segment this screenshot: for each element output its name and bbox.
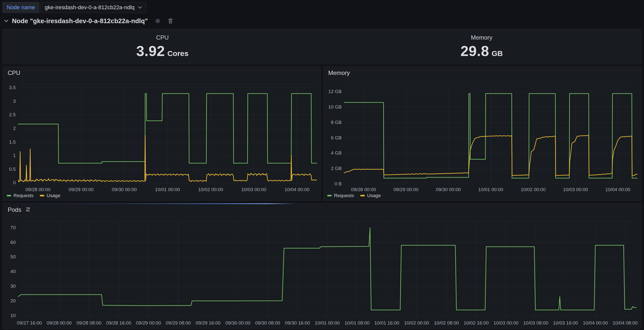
svg-text:09/28 00:00: 09/28 00:00	[351, 187, 376, 192]
svg-text:20: 20	[10, 298, 16, 303]
stat-unit: GB	[492, 49, 503, 58]
svg-text:10/01 08:00: 10/01 08:00	[345, 320, 370, 326]
svg-text:10/01 00:00: 10/01 00:00	[478, 187, 503, 192]
legend-swatch	[360, 195, 365, 196]
svg-text:10/02 00:00: 10/02 00:00	[198, 187, 223, 192]
svg-text:0: 0	[13, 180, 16, 185]
variable-bar: Node name gke-iresdash-dev-0-a-812cb22a-…	[2, 2, 642, 13]
svg-text:09/30 16:00: 09/30 16:00	[285, 320, 310, 326]
gear-icon[interactable]	[155, 18, 161, 24]
svg-text:09/30 08:00: 09/30 08:00	[255, 320, 280, 326]
svg-text:2: 2	[13, 126, 16, 131]
svg-text:09/27 16:00: 09/27 16:00	[17, 320, 42, 326]
legend-item-requests[interactable]: Requests	[7, 193, 33, 198]
svg-text:60: 60	[10, 240, 16, 245]
svg-text:2.5: 2.5	[9, 112, 16, 117]
svg-text:2 GB: 2 GB	[331, 166, 342, 171]
svg-text:09/29 00:00: 09/29 00:00	[394, 187, 418, 192]
svg-text:10/01 16:00: 10/01 16:00	[374, 320, 399, 326]
stat-value: 3.92	[136, 42, 165, 59]
trash-icon[interactable]	[168, 18, 173, 24]
memory-panel-title[interactable]: Memory	[328, 70, 350, 76]
legend-item-usage[interactable]: Usage	[360, 193, 381, 198]
svg-text:09/30 00:00: 09/30 00:00	[112, 187, 136, 192]
svg-text:09/28 00:00: 09/28 00:00	[46, 320, 72, 326]
row-collapse-chevron-icon[interactable]	[4, 20, 8, 22]
svg-text:09/29 00:00: 09/29 00:00	[69, 187, 94, 192]
cpu-legend: RequestsUsage	[7, 193, 60, 198]
legend-label: Requests	[14, 193, 33, 198]
pods-chart[interactable]: 1020304050607009/27 16:0009/28 00:0009/2…	[3, 203, 641, 329]
legend-item-requests[interactable]: Requests	[327, 193, 354, 198]
cpu-panel-title[interactable]: CPU	[8, 70, 20, 76]
legend-swatch	[327, 195, 332, 196]
svg-text:09/29 08:00: 09/29 08:00	[166, 320, 190, 326]
legend-label: Requests	[334, 193, 354, 198]
svg-text:09/28 08:00: 09/28 08:00	[76, 320, 101, 326]
variable-label: Node name	[2, 2, 39, 13]
legend-swatch	[7, 195, 11, 196]
pods-panel-title[interactable]: Pods	[8, 206, 22, 213]
svg-text:09/30 00:00: 09/30 00:00	[436, 187, 460, 192]
svg-text:40: 40	[10, 269, 16, 274]
panel-loading-indicator	[3, 203, 296, 204]
svg-text:09/30 00:00: 09/30 00:00	[226, 320, 250, 326]
svg-text:09/28 16:00: 09/28 16:00	[106, 320, 131, 326]
svg-text:10 GB: 10 GB	[328, 104, 342, 110]
grafana-dashboard: Node name gke-iresdash-dev-0-a-812cb22a-…	[0, 0, 644, 330]
svg-text:10/04 00:00: 10/04 00:00	[583, 320, 608, 326]
svg-text:12 GB: 12 GB	[328, 89, 342, 94]
stat-memory: Memory 29.8 GB	[322, 29, 641, 64]
svg-text:10/04 08:00: 10/04 08:00	[613, 320, 638, 326]
svg-text:09/29 00:00: 09/29 00:00	[136, 320, 161, 326]
stat-cpu: CPU 3.92 Cores	[3, 29, 322, 64]
svg-text:10/01 00:00: 10/01 00:00	[315, 320, 340, 326]
stat-value-row: 3.92 Cores	[136, 42, 188, 59]
node-name-value: gke-iresdash-dev-0-a-812cb22a-ndlq	[45, 4, 134, 11]
pods-panel: Pods 1020304050607009/27 16:0009/28 00:0…	[2, 203, 642, 329]
svg-text:4 GB: 4 GB	[331, 150, 342, 156]
stat-title: Memory	[471, 34, 492, 41]
memory-legend: RequestsUsage	[327, 193, 381, 198]
svg-text:1: 1	[13, 153, 16, 158]
stat-value: 29.8	[460, 42, 489, 59]
svg-text:10/02 00:00: 10/02 00:00	[404, 320, 429, 326]
svg-text:10/03 00:00: 10/03 00:00	[242, 187, 266, 192]
memory-chart[interactable]: 0 B2 GB4 GB6 GB8 GB10 GB12 GB09/28 00:00…	[323, 66, 641, 201]
svg-text:10/02 00:00: 10/02 00:00	[520, 187, 546, 192]
svg-text:10/02 16:00: 10/02 16:00	[464, 320, 488, 326]
row-header: Node "gke-iresdash-dev-0-a-812cb22a-ndlq…	[4, 16, 642, 26]
svg-text:10/01 00:00: 10/01 00:00	[155, 187, 180, 192]
svg-text:09/29 16:00: 09/29 16:00	[196, 320, 220, 326]
svg-text:0.5: 0.5	[9, 166, 16, 172]
svg-text:3.5: 3.5	[9, 85, 16, 90]
svg-text:10/03 00:00: 10/03 00:00	[563, 187, 588, 192]
svg-text:0 B: 0 B	[334, 181, 342, 186]
svg-text:3: 3	[13, 98, 16, 104]
row-title[interactable]: Node "gke-iresdash-dev-0-a-812cb22a-ndlq…	[12, 17, 148, 25]
stat-value-row: 29.8 GB	[460, 42, 503, 59]
svg-text:8 GB: 8 GB	[331, 120, 342, 125]
legend-item-usage[interactable]: Usage	[40, 193, 60, 198]
legend-swatch	[40, 195, 44, 196]
charts-row: CPU 00.511.522.533.509/28 00:0009/29 00:…	[2, 66, 642, 201]
svg-text:10/04 00:00: 10/04 00:00	[284, 187, 309, 192]
node-name-dropdown[interactable]: gke-iresdash-dev-0-a-812cb22a-ndlq	[40, 2, 146, 13]
chevron-down-icon	[138, 6, 142, 9]
cpu-panel: CPU 00.511.522.533.509/28 00:0009/29 00:…	[2, 66, 321, 201]
svg-text:10: 10	[10, 313, 16, 318]
svg-text:1.5: 1.5	[9, 139, 16, 144]
svg-text:09/28 00:00: 09/28 00:00	[26, 187, 50, 192]
legend-label: Usage	[46, 193, 60, 198]
stats-panel: CPU 3.92 Cores Memory 29.8 GB	[2, 29, 642, 64]
svg-text:50: 50	[10, 254, 16, 259]
svg-text:10/02 08:00: 10/02 08:00	[434, 320, 459, 326]
svg-text:10/03 00:00: 10/03 00:00	[494, 320, 518, 326]
stat-unit: Cores	[167, 49, 188, 58]
stat-title: CPU	[156, 34, 169, 41]
svg-text:30: 30	[10, 284, 16, 289]
svg-text:10/04 00:00: 10/04 00:00	[606, 187, 630, 192]
cpu-chart[interactable]: 00.511.522.533.509/28 00:0009/29 00:0009…	[3, 66, 321, 201]
svg-text:10/03 16:00: 10/03 16:00	[553, 320, 578, 326]
memory-panel: Memory 0 B2 GB4 GB6 GB8 GB10 GB12 GB09/2…	[323, 66, 642, 201]
